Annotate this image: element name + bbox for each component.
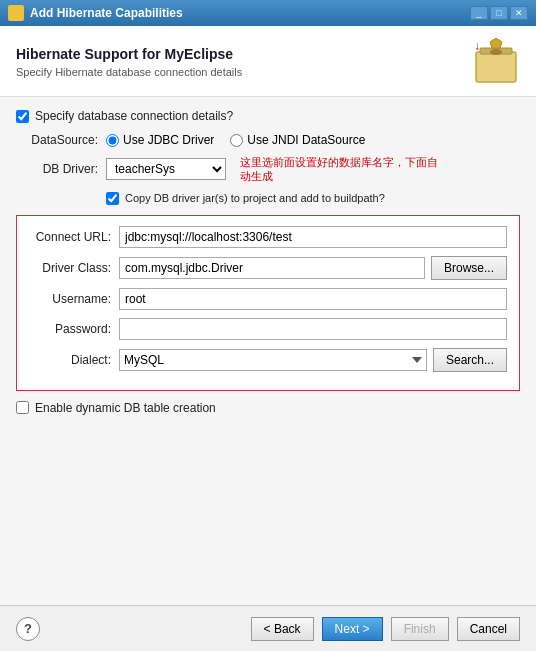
dialect-select[interactable]: MySQL Oracle PostgreSQL HSQL Database En… bbox=[119, 349, 427, 371]
password-input[interactable] bbox=[119, 318, 507, 340]
dbdriver-control-area: teacherSys 这里选前面设置好的数据库名字，下面自动生成 bbox=[106, 155, 520, 184]
search-button[interactable]: Search... bbox=[433, 348, 507, 372]
header-title: Hibernate Support for MyEclipse bbox=[16, 46, 242, 62]
minimize-button[interactable]: _ bbox=[470, 6, 488, 20]
title-label: Add Hibernate Capabilities bbox=[30, 6, 183, 20]
help-button[interactable]: ? bbox=[16, 617, 40, 641]
dialect-row: Dialect: MySQL Oracle PostgreSQL HSQL Da… bbox=[29, 348, 507, 372]
password-control bbox=[119, 318, 507, 340]
jndi-radio-item[interactable]: Use JNDI DataSource bbox=[230, 133, 365, 147]
specify-db-row: Specify database connection details? bbox=[16, 109, 520, 123]
content-section: Specify database connection details? Dat… bbox=[0, 97, 536, 605]
specify-db-checkbox[interactable] bbox=[16, 110, 29, 123]
driver-class-row: Driver Class: Browse... bbox=[29, 256, 507, 280]
svg-rect-0 bbox=[476, 52, 516, 82]
title-bar-controls[interactable]: _ □ ✕ bbox=[470, 6, 528, 20]
dialog-body: Hibernate Support for MyEclipse Specify … bbox=[0, 26, 536, 651]
app-icon bbox=[8, 5, 24, 21]
enable-dynamic-checkbox[interactable] bbox=[16, 401, 29, 414]
jdbc-radio[interactable] bbox=[106, 134, 119, 147]
dialect-control: MySQL Oracle PostgreSQL HSQL Database En… bbox=[119, 348, 507, 372]
svg-text:↓: ↓ bbox=[474, 39, 480, 53]
dbdriver-select[interactable]: teacherSys bbox=[106, 158, 226, 180]
connect-url-row: Connect URL: bbox=[29, 226, 507, 248]
maximize-button[interactable]: □ bbox=[490, 6, 508, 20]
username-control bbox=[119, 288, 507, 310]
jdbc-radio-item[interactable]: Use JDBC Driver bbox=[106, 133, 214, 147]
dialect-label: Dialect: bbox=[29, 353, 119, 367]
jdbc-radio-label[interactable]: Use JDBC Driver bbox=[123, 133, 214, 147]
header-section: Hibernate Support for MyEclipse Specify … bbox=[0, 26, 536, 97]
close-button[interactable]: ✕ bbox=[510, 6, 528, 20]
username-input[interactable] bbox=[119, 288, 507, 310]
title-bar: Add Hibernate Capabilities _ □ ✕ bbox=[0, 0, 536, 26]
back-button[interactable]: < Back bbox=[251, 617, 314, 641]
copy-jars-label[interactable]: Copy DB driver jar(s) to project and add… bbox=[125, 192, 385, 204]
svg-point-2 bbox=[490, 49, 502, 55]
bordered-section: Connect URL: Driver Class: Browse... Use… bbox=[16, 215, 520, 391]
svg-marker-3 bbox=[490, 38, 502, 48]
connect-url-input[interactable] bbox=[119, 226, 507, 248]
browse-button[interactable]: Browse... bbox=[431, 256, 507, 280]
connect-url-label: Connect URL: bbox=[29, 230, 119, 244]
username-label: Username: bbox=[29, 292, 119, 306]
annotation-text: 这里选前面设置好的数据库名字，下面自动生成 bbox=[240, 155, 440, 184]
specify-db-label[interactable]: Specify database connection details? bbox=[35, 109, 233, 123]
connect-url-control bbox=[119, 226, 507, 248]
password-row: Password: bbox=[29, 318, 507, 340]
hibernate-icon-svg: ↓ bbox=[472, 38, 520, 86]
header-text: Hibernate Support for MyEclipse Specify … bbox=[16, 46, 242, 78]
driver-class-label: Driver Class: bbox=[29, 261, 119, 275]
header-subtitle: Specify Hibernate database connection de… bbox=[16, 66, 242, 78]
cancel-button[interactable]: Cancel bbox=[457, 617, 520, 641]
dbdriver-row: DB Driver: teacherSys 这里选前面设置好的数据库名字，下面自… bbox=[16, 155, 520, 184]
enable-dynamic-row: Enable dynamic DB table creation bbox=[16, 401, 520, 415]
copy-jars-row: Copy DB driver jar(s) to project and add… bbox=[106, 192, 520, 205]
datasource-label: DataSource: bbox=[16, 133, 106, 147]
footer-section: ? < Back Next > Finish Cancel bbox=[0, 605, 536, 651]
jndi-radio[interactable] bbox=[230, 134, 243, 147]
title-bar-text: Add Hibernate Capabilities bbox=[8, 5, 183, 21]
next-button[interactable]: Next > bbox=[322, 617, 383, 641]
datasource-radio-group: Use JDBC Driver Use JNDI DataSource bbox=[106, 133, 520, 147]
username-row: Username: bbox=[29, 288, 507, 310]
driver-class-input[interactable] bbox=[119, 257, 425, 279]
dbdriver-label: DB Driver: bbox=[16, 162, 106, 176]
jndi-radio-label[interactable]: Use JNDI DataSource bbox=[247, 133, 365, 147]
finish-button[interactable]: Finish bbox=[391, 617, 449, 641]
copy-jars-checkbox[interactable] bbox=[106, 192, 119, 205]
footer-help: ? bbox=[16, 617, 40, 641]
datasource-row: DataSource: Use JDBC Driver Use JNDI Dat… bbox=[16, 133, 520, 147]
driver-class-control: Browse... bbox=[119, 256, 507, 280]
footer-buttons: < Back Next > Finish Cancel bbox=[251, 617, 520, 641]
header-icon: ↓ bbox=[472, 38, 520, 86]
enable-dynamic-label[interactable]: Enable dynamic DB table creation bbox=[35, 401, 216, 415]
password-label: Password: bbox=[29, 322, 119, 336]
